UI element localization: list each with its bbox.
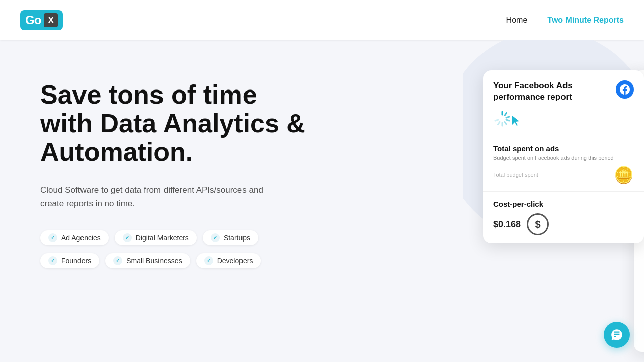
- spent-section-title: Total spent on ads: [493, 144, 634, 153]
- header: Go X Home Two Minute Reports: [0, 0, 644, 40]
- cpc-section-title: Cost-per-click: [493, 200, 634, 208]
- tag-label-digital-marketers: Digital Marketers: [136, 234, 189, 242]
- report-section-cpc: Cost-per-click $0.168 $: [483, 192, 644, 243]
- svg-line-1: [505, 113, 507, 116]
- tag-small-businesses: ✓ Small Businesses: [105, 253, 190, 268]
- chat-button[interactable]: [604, 322, 630, 348]
- hero-title: Save tons of time with Data Analytics & …: [40, 80, 312, 167]
- left-content: Save tons of time with Data Analytics & …: [0, 40, 342, 307]
- tag-label-startups: Startups: [224, 234, 250, 242]
- tag-label-ad-agencies: Ad Agencies: [61, 234, 101, 242]
- report-header-left: Your Facebook Ads performance report: [493, 80, 594, 128]
- main-nav: Home Two Minute Reports: [506, 16, 624, 25]
- logo-go-text: Go: [25, 13, 41, 27]
- report-section-spent: Total spent on ads Budget spent on Faceb…: [483, 136, 644, 192]
- main-content: Save tons of time with Data Analytics & …: [0, 40, 644, 362]
- chat-icon: [610, 328, 623, 341]
- svg-line-4: [505, 122, 507, 125]
- report-card: Your Facebook Ads performance report: [483, 70, 644, 243]
- tags-row-2: ✓ Founders ✓ Small Businesses ✓ Develope…: [40, 253, 312, 268]
- spent-section-subtitle: Budget spent on Facebook ads during this…: [493, 155, 634, 161]
- nav-reports[interactable]: Two Minute Reports: [547, 16, 624, 25]
- spent-value-label: Total budget spent: [493, 172, 538, 178]
- check-icon-developers: ✓: [204, 256, 213, 265]
- svg-line-6: [498, 122, 500, 125]
- coins-icon: 🪙: [614, 167, 634, 183]
- logo-box: Go X: [20, 10, 63, 30]
- tag-developers: ✓ Developers: [196, 253, 261, 268]
- loading-animation: [493, 110, 594, 128]
- tag-label-developers: Developers: [217, 257, 253, 265]
- dollar-icon: $: [527, 213, 549, 235]
- spent-value-row: Total budget spent 🪙: [493, 167, 634, 183]
- logo: Go X: [20, 10, 63, 30]
- check-icon-startups: ✓: [211, 233, 220, 242]
- check-icon-founders: ✓: [48, 256, 57, 265]
- facebook-icon: [616, 80, 634, 99]
- svg-marker-8: [512, 116, 519, 126]
- cpc-value: $0.168: [493, 219, 521, 230]
- svg-line-7: [495, 120, 498, 121]
- tag-founders: ✓ Founders: [40, 253, 99, 268]
- cpc-value-row: $0.168 $: [493, 213, 634, 235]
- right-panel: Your Facebook Ads performance report: [463, 40, 644, 362]
- check-icon-digital-marketers: ✓: [123, 233, 132, 242]
- tag-ad-agencies: ✓ Ad Agencies: [40, 230, 109, 245]
- nav-home[interactable]: Home: [506, 16, 528, 25]
- cursor-icon: [509, 114, 523, 128]
- report-card-header: Your Facebook Ads performance report: [483, 70, 644, 136]
- spinner-icon: [493, 110, 511, 128]
- check-icon-small-businesses: ✓: [113, 256, 122, 265]
- tag-digital-marketers: ✓ Digital Marketers: [115, 230, 197, 245]
- tags-row-1: ✓ Ad Agencies ✓ Digital Marketers ✓ Star…: [40, 230, 312, 245]
- tag-label-founders: Founders: [61, 257, 91, 265]
- tag-label-small-businesses: Small Businesses: [126, 257, 182, 265]
- report-card-title: Your Facebook Ads performance report: [493, 80, 594, 103]
- check-icon-ad-agencies: ✓: [48, 233, 57, 242]
- hero-subtitle: Cloud Software to get data from differen…: [40, 183, 282, 210]
- tag-startups: ✓ Startups: [203, 230, 258, 245]
- logo-x-text: X: [44, 13, 58, 27]
